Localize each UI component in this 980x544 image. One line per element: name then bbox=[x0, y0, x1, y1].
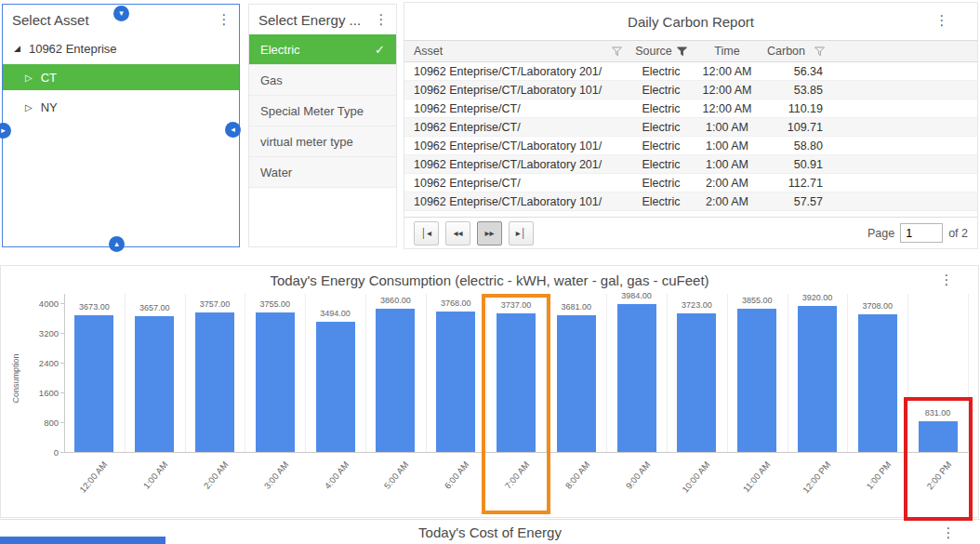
y-tick-label: 2400 bbox=[20, 358, 59, 368]
gridline bbox=[426, 294, 427, 452]
tree-node-root[interactable]: ◢ 10962 Enteprise bbox=[3, 34, 239, 60]
pager-last-button[interactable]: ▸│ bbox=[509, 221, 534, 245]
x-axis-label: 5:00 AM bbox=[361, 459, 410, 516]
chart-bar[interactable] bbox=[195, 312, 234, 452]
chart-bar[interactable] bbox=[798, 306, 837, 452]
y-tick-label: 4000 bbox=[20, 299, 59, 309]
chevron-left-icon: ◂ bbox=[231, 126, 235, 134]
column-header-time[interactable]: Time bbox=[695, 45, 760, 58]
x-axis-label: 11:00 AM bbox=[722, 459, 772, 516]
energy-consumption-chart-panel: Today's Energy Consumption (electric - k… bbox=[0, 265, 979, 518]
column-label: Time bbox=[714, 45, 739, 58]
table-row[interactable]: 10962 Enteprise/CT/Laboratory 101/Electr… bbox=[404, 192, 977, 211]
gridline bbox=[907, 294, 908, 452]
cell-asset: 10962 Enteprise/CT/Laboratory 201/ bbox=[404, 65, 628, 78]
chart-bar[interactable] bbox=[256, 312, 295, 452]
chart-bar[interactable] bbox=[858, 314, 897, 452]
energy-item-electric[interactable]: Electric✓ bbox=[249, 34, 396, 65]
pager-prev-icon: ◂◂ bbox=[453, 228, 462, 238]
kebab-menu-icon[interactable]: ⋮ bbox=[374, 11, 389, 28]
pager-first-icon: │◂ bbox=[421, 228, 431, 238]
table-row[interactable]: 10962 Enteprise/CT/Electric12:00 AM110.1… bbox=[404, 100, 977, 118]
caret-expanded-icon[interactable]: ◢ bbox=[14, 44, 20, 53]
column-header-source[interactable]: Source bbox=[628, 45, 695, 58]
bar-value-label: 3494.00 bbox=[306, 309, 365, 318]
energy-item-label: virtual meter type bbox=[260, 135, 353, 149]
y-tick-label: 1600 bbox=[20, 388, 59, 398]
caret-collapsed-icon[interactable]: ▷ bbox=[25, 102, 33, 113]
x-axis-label: 7:00 AM bbox=[482, 459, 531, 516]
cell-carbon: 50.91 bbox=[760, 158, 832, 171]
pager-first-button[interactable]: │◂ bbox=[414, 221, 439, 245]
scroll-up-button[interactable]: ▴ bbox=[109, 236, 125, 252]
table-row[interactable]: 10962 Enteprise/CT/Laboratory 201/Electr… bbox=[404, 155, 977, 174]
chart-bar[interactable] bbox=[436, 312, 475, 452]
page-number-input[interactable] bbox=[900, 223, 943, 243]
cell-source: Electric bbox=[628, 139, 695, 153]
kebab-menu-icon[interactable]: ⋮ bbox=[217, 11, 232, 28]
y-tick-mark bbox=[60, 303, 64, 304]
bar-value-label: 3860.00 bbox=[365, 296, 425, 305]
kebab-menu-icon[interactable]: ⋮ bbox=[934, 12, 949, 29]
kebab-menu-icon[interactable]: ⋮ bbox=[941, 524, 956, 541]
chart-bar[interactable] bbox=[677, 313, 716, 452]
table-row[interactable]: 10962 Enteprise/CT/Electric2:00 AM112.71 bbox=[404, 174, 977, 192]
chart-bar[interactable] bbox=[74, 315, 113, 452]
filter-funnel-icon[interactable] bbox=[612, 46, 622, 57]
y-tick-mark bbox=[60, 452, 64, 453]
chevron-up-icon: ▴ bbox=[114, 240, 119, 248]
bar-value-label: 3681.00 bbox=[547, 302, 606, 312]
chart-bar[interactable] bbox=[316, 322, 355, 452]
column-header-carbon[interactable]: Carbon bbox=[760, 45, 832, 58]
table-row[interactable]: 10962 Enteprise/CT/Electric1:00 AM109.71 bbox=[404, 118, 977, 137]
chart-bar[interactable] bbox=[376, 309, 415, 452]
column-header-asset[interactable]: Asset bbox=[404, 45, 628, 58]
cell-source: Electric bbox=[628, 102, 695, 115]
chart-bar[interactable] bbox=[919, 421, 958, 452]
x-axis-label: 10:00 AM bbox=[662, 459, 711, 516]
gridline bbox=[667, 294, 668, 452]
column-label: Asset bbox=[414, 45, 443, 58]
caret-collapsed-icon[interactable]: ▷ bbox=[25, 73, 33, 83]
select-asset-panel: Select Asset ⋮ ◢ 10962 Enteprise ▷ CT ▷ … bbox=[2, 4, 240, 247]
scroll-right-button[interactable]: ▸ bbox=[0, 123, 11, 139]
bar-value-label: 3657.00 bbox=[125, 303, 184, 312]
energy-item-water[interactable]: Water bbox=[249, 157, 396, 188]
table-row[interactable]: 10962 Enteprise/CT/Laboratory 101/Electr… bbox=[404, 81, 977, 100]
tree-node-ct[interactable]: ▷ CT bbox=[3, 64, 239, 90]
scroll-left-button[interactable]: ◂ bbox=[225, 122, 241, 138]
chart-bar[interactable] bbox=[497, 313, 536, 452]
tree-node-ny[interactable]: ▷ NY bbox=[3, 94, 239, 120]
gridline bbox=[486, 294, 487, 452]
filter-funnel-active-icon[interactable] bbox=[677, 46, 687, 57]
chart-bar[interactable] bbox=[135, 316, 174, 452]
cell-time: 2:00 AM bbox=[695, 177, 760, 190]
select-energy-panel: Select Energy ... ⋮ Electric✓GasSpecial … bbox=[248, 4, 397, 247]
pager-last-icon: ▸│ bbox=[516, 228, 526, 238]
scroll-down-button[interactable]: ▾ bbox=[113, 6, 129, 21]
chart-bar[interactable] bbox=[617, 304, 656, 452]
cell-asset: 10962 Enteprise/CT/ bbox=[404, 177, 628, 190]
filter-funnel-icon[interactable] bbox=[814, 46, 825, 57]
chart-bar[interactable] bbox=[557, 315, 596, 452]
energy-item-special-meter-type[interactable]: Special Meter Type bbox=[249, 96, 396, 126]
column-label: Carbon bbox=[767, 45, 805, 58]
energy-item-virtual-meter-type[interactable]: virtual meter type bbox=[249, 126, 396, 157]
table-row[interactable]: 10962 Enteprise/CT/Laboratory 101/Electr… bbox=[404, 137, 977, 155]
y-tick-label: 3200 bbox=[20, 328, 59, 338]
energy-item-gas[interactable]: Gas bbox=[249, 65, 396, 96]
bar-value-label: 3737.00 bbox=[486, 300, 546, 310]
bar-value-label: 3755.00 bbox=[245, 299, 305, 309]
x-axis-label: 9:00 AM bbox=[603, 459, 652, 516]
table-row[interactable]: 10962 Enteprise/CT/Laboratory 201/Electr… bbox=[404, 62, 977, 81]
energy-item-label: Electric bbox=[260, 43, 300, 57]
x-axis-label: 8:00 AM bbox=[542, 459, 591, 516]
y-tick-mark bbox=[60, 422, 64, 423]
y-tick-label: 800 bbox=[20, 418, 59, 428]
pager-next-button[interactable]: ▸▸ bbox=[477, 221, 502, 245]
bar-value-label: 3757.00 bbox=[185, 299, 245, 309]
cell-time: 12:00 AM bbox=[695, 102, 760, 115]
chart-bar[interactable] bbox=[737, 309, 776, 452]
pager-prev-button[interactable]: ◂◂ bbox=[445, 221, 470, 245]
gridline bbox=[185, 294, 186, 452]
